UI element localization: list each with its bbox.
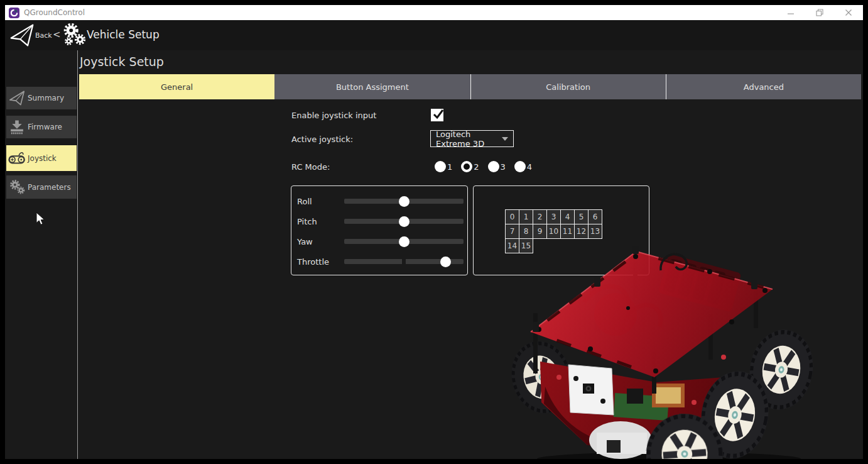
radio-label: 3: [501, 162, 506, 172]
button-indicator-3: 3: [546, 209, 561, 224]
window-title: QGroundControl: [24, 8, 85, 17]
axis-row-pitch: Pitch: [297, 211, 464, 231]
button-indicator-0: 0: [505, 209, 519, 224]
restore-icon: [816, 9, 823, 16]
firmware-icon: [6, 119, 28, 135]
enable-joystick-checkbox[interactable]: [431, 109, 443, 121]
tab-bar: GeneralButton AssigmentCalibrationAdvanc…: [79, 74, 861, 99]
vehicle-image: [501, 246, 863, 459]
axis-slider-track[interactable]: [344, 239, 464, 244]
restore-button[interactable]: [805, 5, 834, 20]
rc-mode-option-1[interactable]: 1: [435, 161, 452, 172]
axis-slider-track[interactable]: [344, 199, 464, 204]
axis-row-yaw: Yaw: [297, 231, 464, 251]
button-grid-row: 78910111213: [505, 224, 602, 239]
sidebar-item-parameters[interactable]: Parameters: [6, 175, 77, 199]
sidebar-item-joystick[interactable]: Joystick: [6, 145, 77, 171]
active-joystick-label: Active joystick:: [291, 135, 353, 144]
button-indicator-4: 4: [560, 209, 575, 224]
radio-label: 1: [447, 162, 452, 172]
mouse-cursor: [36, 212, 45, 226]
axis-slider-track[interactable]: [344, 259, 464, 264]
radio-button[interactable]: [514, 161, 526, 172]
close-icon: [845, 9, 852, 16]
button-grid-row: 0123456: [505, 209, 602, 224]
axis-row-roll: Roll: [297, 191, 464, 211]
rc-mode-option-3[interactable]: 3: [488, 161, 506, 172]
radio-button[interactable]: [461, 161, 472, 172]
sidebar-item-label: Parameters: [28, 183, 71, 192]
button-indicator-8: 8: [519, 224, 533, 239]
minimize-icon: [787, 9, 795, 16]
axis-label: Yaw: [297, 237, 344, 246]
checkmark-icon: [431, 108, 445, 121]
enable-joystick-label: Enable joystick input: [291, 111, 376, 120]
minimize-button[interactable]: [776, 5, 805, 20]
close-button[interactable]: [834, 5, 863, 20]
toolbar: Back < Vehicle Setup: [5, 20, 863, 50]
axis-label: Roll: [297, 197, 344, 206]
back-button[interactable]: Back: [35, 31, 52, 40]
axis-label: Throttle: [297, 257, 344, 267]
tab-general[interactable]: General: [79, 74, 274, 99]
tab-advanced[interactable]: Advanced: [666, 74, 861, 99]
breadcrumb-chevron: <: [53, 29, 61, 40]
app-icon: [9, 8, 19, 18]
axis-slider-handle[interactable]: [399, 196, 410, 207]
vehicle-setup-gears-icon: [61, 22, 87, 48]
rc-mode-option-2[interactable]: 2: [461, 161, 479, 172]
button-indicator-13: 13: [588, 224, 602, 239]
sidebar: SummaryFirmwareJoystickParameters: [5, 50, 77, 459]
qgc-plane-icon[interactable]: [9, 23, 35, 48]
axis-label: Pitch: [297, 217, 344, 226]
button-indicator-10: 10: [546, 224, 561, 239]
active-joystick-value: Logitech Extreme 3D: [436, 130, 502, 148]
sidebar-item-label: Firmware: [28, 123, 62, 131]
window-titlebar: QGroundControl: [5, 5, 863, 20]
button-indicator-6: 6: [588, 209, 602, 224]
axis-slider-handle[interactable]: [399, 216, 410, 227]
button-indicator-2: 2: [533, 209, 547, 224]
sidebar-item-label: Summary: [28, 94, 64, 102]
rc-mode-option-4[interactable]: 4: [514, 161, 532, 172]
radio-button[interactable]: [488, 161, 499, 172]
tab-button-assigment[interactable]: Button Assigment: [274, 74, 470, 99]
axis-slider-handle[interactable]: [440, 257, 451, 267]
button-indicator-12: 12: [574, 224, 589, 239]
radio-button[interactable]: [435, 161, 446, 172]
button-indicator-5: 5: [574, 209, 589, 224]
page-title: Joystick Setup: [80, 55, 164, 69]
plane-icon: [6, 90, 28, 106]
qgroundcontrol-app: Back < Vehicle Setup SummaryFirmwareJoys…: [5, 20, 863, 459]
sidebar-item-firmware[interactable]: Firmware: [6, 116, 77, 138]
axis-center-mark: [402, 259, 406, 264]
active-joystick-dropdown[interactable]: Logitech Extreme 3D: [430, 130, 514, 147]
sidebar-item-summary[interactable]: Summary: [6, 87, 77, 109]
sidebar-item-label: Joystick: [28, 154, 57, 163]
axis-slider-track[interactable]: [344, 219, 464, 224]
button-indicator-11: 11: [560, 224, 575, 239]
sidebar-divider: [77, 50, 78, 459]
gamepad-icon: [6, 151, 28, 166]
chevron-down-icon: [502, 137, 508, 141]
gears-icon: [6, 179, 28, 195]
radio-label: 2: [474, 162, 479, 172]
button-indicator-9: 9: [533, 224, 547, 239]
rc-mode-label: RC Mode:: [291, 162, 330, 172]
axis-slider-handle[interactable]: [399, 236, 410, 247]
tab-calibration[interactable]: Calibration: [470, 74, 666, 99]
toolbar-title: Vehicle Setup: [87, 28, 160, 41]
rc-mode-radio-group: 1234: [435, 161, 532, 172]
button-indicator-7: 7: [505, 224, 519, 239]
axis-row-throttle: Throttle: [297, 251, 464, 272]
axis-monitor-panel: RollPitchYawThrottle: [291, 185, 468, 275]
radio-label: 4: [527, 162, 532, 172]
button-indicator-1: 1: [519, 209, 533, 224]
